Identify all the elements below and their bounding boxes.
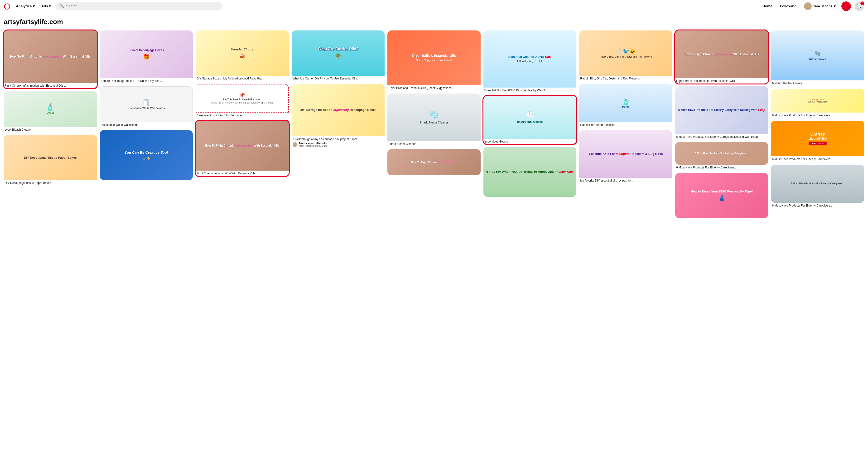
search-icon: 🔍 <box>59 4 64 8</box>
pin-hands-free-sanitizer-label: Hands Free Hand Sanitizer <box>579 122 672 127</box>
pins-column-7: 🐇🐦🐱 Rabbit, Bird, Girl, Cat, Jester and … <box>579 30 672 183</box>
pin-fight-chronic-3[interactable]: How To Fight Chronic Inflammation With E… <box>196 121 289 176</box>
pins-column-6: Essential Oils For ADHD KidzA Healthy Wa… <box>484 30 577 197</box>
pin-disposable-washcloths-label: Disposable White Washcloths <box>100 122 193 127</box>
notifications-button[interactable]: 💬 2 <box>855 1 864 11</box>
pins-column-9: 🧤 Nitrile Gloves Medium Rubber Gloves sw… <box>771 30 864 208</box>
pin-6-must-have-poop-label: 6 Must Have Products For Elderly Caregiv… <box>675 134 768 139</box>
pin-fight-chronic-1-label: Fight Chronic Inflammation With Essentia… <box>4 83 97 88</box>
pin-fight-chronic-1[interactable]: How To Fight Chronic Inflammation With E… <box>4 30 97 88</box>
pins-column-8: How To Fight Chronic Inflammation With E… <box>675 30 768 218</box>
pins-column-1: How To Fight Chronic Inflammation With E… <box>4 30 97 185</box>
search-input[interactable] <box>66 4 218 8</box>
pin-6-must-have-small-label: 6 Must Have Products For Elder-ly Caregi… <box>675 165 768 170</box>
pin-swap[interactable]: swap.com online Thrift Store 6 Must Have… <box>771 89 864 118</box>
pin-disc-personality[interactable]: How to Dress Your DISC Personality Type!… <box>675 173 768 218</box>
user-avatar: T <box>804 2 812 10</box>
pin-author-avatar: T <box>292 142 297 147</box>
pin-rubber-gloves-label: Medium Rubber Gloves <box>771 80 864 86</box>
pins-column-3: Wonder Circus 🎪 DIY Storage Boxes - My f… <box>196 30 289 176</box>
pin-caregiver-pin-label: Caregiver Posts - Pin This For Later <box>196 113 289 118</box>
pin-diy-storage-wonder-label: DIY Storage Boxes - My finished product!… <box>196 76 289 81</box>
page-content: artsyfartsylife.com How To Fight Chronic… <box>0 12 868 224</box>
pin-craftsy-label: 6 Must Have Products For Elder-ly Caregi… <box>771 156 864 162</box>
pins-column-2: Square Decoupage Boxes 🎁 Square Decoupag… <box>100 30 193 180</box>
following-link[interactable]: Following <box>778 3 798 9</box>
pin-diy-storage-organizing-label: A walkthrough of my de-coupage box proje… <box>291 136 385 142</box>
nav-right-section: Home Following T Tara Jacobs ▾ + 💬 2 <box>761 1 864 11</box>
pin-6-products-photo-label: 6 Must Have Products For Elder-ly Caregi… <box>771 203 864 208</box>
pin-carrier-oils[interactable]: What Are Carrier Oils? 🌴 What Are Carrie… <box>291 30 385 81</box>
pin-fight-chronic-4[interactable]: How To Fight Chronic Inflammation With E… <box>675 30 768 84</box>
pin-rabbit-bird-label: Rabbit, Bird, Girl, Cat, Jester and Red … <box>579 76 672 81</box>
user-name: Tara Jacobs <box>813 4 832 8</box>
pin-mosquito[interactable]: Essential Oils For Mosquito Repellent & … <box>579 130 672 183</box>
pin-impervious-gowns-label: Impervious Gowns <box>484 139 577 144</box>
pin-diy-storage-organizing[interactable]: DIY Storage Ideas For Organizing Decoupa… <box>291 84 385 149</box>
pin-dryer-balls[interactable]: Dryer Balls & Essential OilsScent Sugges… <box>388 30 480 91</box>
pin-caregiver-pin[interactable]: 📌 Pin This Post To Save It For Later!fol… <box>196 84 289 118</box>
pin-lysol[interactable]: 🧴 Lysol Lysol Bleach Cleaner <box>4 91 97 132</box>
pin-craftsy[interactable]: Craftsy UNLIMITED learn more 6 Must Have… <box>771 121 864 162</box>
pin-fight-chronic-3-label: Fight Chronic Inflammation With Essentia… <box>196 171 289 176</box>
navbar: ◯ Analytics ▾ Ads ▾ 🔍 Home Following T T… <box>0 0 868 12</box>
pin-lysol-label: Lysol Bleach Cleaner <box>4 127 97 132</box>
user-menu[interactable]: T Tara Jacobs ▾ <box>802 1 838 11</box>
pin-diy-storage-wonder[interactable]: Wonder Circus 🎪 DIY Storage Boxes - My f… <box>196 30 289 81</box>
pin-impervious-gowns[interactable]: 🥼 Impervious Gowns Impervious Gowns <box>484 96 577 144</box>
pin-swap-label: 6 Must Have Products For Elder-ly Caregi… <box>771 113 864 118</box>
pin-rabbit-bird[interactable]: 🐇🐦🐱 Rabbit, Bird, Girl, Cat, Jester and … <box>579 30 672 81</box>
site-title: artsyfartsylife.com <box>4 18 864 26</box>
pin-essential-adhd-label: Essential Oils For ADHD Kids - A Healthy… <box>484 88 577 93</box>
pins-column-5: Dryer Balls & Essential OilsScent Sugges… <box>388 30 480 175</box>
ads-menu[interactable]: Ads ▾ <box>39 3 53 10</box>
pin-fight-chronic-4-label: Fight Chronic Inflammation With Essentia… <box>675 78 768 84</box>
pin-fight-bottom[interactable]: How To Fight Chronic Inflammation... <box>388 149 480 175</box>
pin-diy-decoupage-label: DIY Decoupage Tissue Paper Boxes <box>4 180 97 185</box>
analytics-chevron-icon: ▾ <box>33 4 35 8</box>
pins-grid: How To Fight Chronic Inflammation With E… <box>4 30 864 218</box>
pin-board-name: Artist Supplies and Storage <box>299 145 329 147</box>
pin-6-must-have-poop[interactable]: 6 Must Have Products For Elderly Caregiv… <box>675 86 768 139</box>
pin-essential-adhd[interactable]: Essential Oils For ADHD KidzA Healthy Wa… <box>484 30 577 93</box>
pin-foster-kids[interactable]: 5 Tips For When You Are Trying To Adopt … <box>484 147 577 197</box>
add-button[interactable]: + <box>841 1 851 11</box>
pin-square-decoupage[interactable]: Square Decoupage Boxes 🎁 Square Decoupag… <box>100 30 193 84</box>
pin-dryer-balls-label: Dryer Balls and Essential Oils (Scent Su… <box>388 85 480 91</box>
pin-diy-decoupage[interactable]: DIY Decoupage Tissue Paper Boxes DIY Dec… <box>4 135 97 185</box>
pin-carrier-oils-label: What Are Carrier Oils? - How To Use Esse… <box>291 76 385 81</box>
pin-mosquito-label: My favorite DIY essential oils recipes f… <box>579 178 672 183</box>
ads-label: Ads <box>41 4 48 8</box>
pin-hands-free-sanitizer[interactable]: 🧴 Purell Hands Free Hand Sanitizer <box>579 84 672 127</box>
pin-6-products-photo[interactable]: 6 Must Have Products For Elder-ly Caregi… <box>771 165 864 208</box>
analytics-label: Analytics <box>16 4 32 8</box>
pin-creative[interactable]: You Can Be Creative Too! ✂️ 🎨 <box>100 130 193 180</box>
user-chevron-icon: ▾ <box>834 4 836 8</box>
pin-shark-steam-label: Shark Steam Cleaner <box>388 141 480 147</box>
pins-column-4: What Are Carrier Oils? 🌴 What Are Carrie… <box>291 30 385 149</box>
ads-chevron-icon: ▾ <box>49 4 51 8</box>
pin-shark-steam[interactable]: 🫧 Shark Steam Cleaner Shark Steam Cleane… <box>388 93 480 147</box>
pin-6-must-have-small[interactable]: 6 Must Have Products For Elder-ly Caregi… <box>675 142 768 170</box>
pin-disposable-washcloths[interactable]: 🧻 Disposable White Washcloths Disposable… <box>100 86 193 127</box>
analytics-menu[interactable]: Analytics ▾ <box>14 3 37 10</box>
pin-author-name: Tara Jacobsen - Marketin... <box>299 142 329 145</box>
notif-badge: 2 <box>860 1 864 5</box>
home-link[interactable]: Home <box>761 3 774 9</box>
pinterest-logo[interactable]: ◯ <box>4 3 10 9</box>
search-bar[interactable]: 🔍 <box>56 2 222 10</box>
pin-square-decoupage-label: Square Decoupage Boxes - Download my fre… <box>100 78 193 84</box>
pin-rubber-gloves[interactable]: 🧤 Nitrile Gloves Medium Rubber Gloves <box>771 30 864 86</box>
